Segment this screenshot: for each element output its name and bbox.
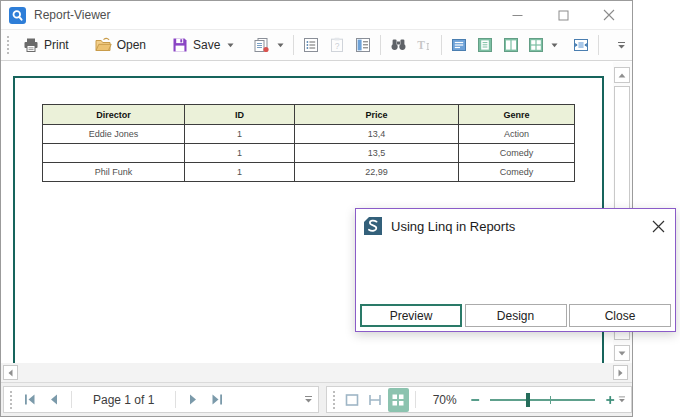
view-two-pages-icon (503, 37, 519, 53)
toolbar-separator (441, 35, 442, 55)
save-button[interactable]: Save (164, 33, 242, 57)
next-page-button[interactable] (181, 388, 205, 412)
table-cell: Comedy (459, 144, 575, 163)
zoom-page-width-icon (367, 392, 383, 408)
save-icon (172, 37, 188, 53)
table-cell (43, 144, 185, 163)
editor-icon: T (416, 37, 432, 53)
table-cell: 13,4 (295, 125, 459, 144)
export-icon (253, 37, 270, 53)
maximize-button[interactable] (540, 1, 586, 29)
view-single-page-button[interactable] (446, 33, 472, 57)
stimulsoft-logo (364, 217, 382, 235)
parameters-icon: ? (329, 37, 345, 53)
horizontal-scrollbar[interactable] (1, 363, 632, 382)
zoom-one-page-icon (344, 392, 360, 408)
zoom-out-icon[interactable] (470, 394, 480, 406)
bookmarks-button[interactable] (298, 33, 324, 57)
print-label: Print (44, 38, 69, 52)
view-multiple-pages-icon (528, 37, 544, 53)
table-cell: 1 (185, 163, 295, 182)
toolbar-overflow-button[interactable] (617, 41, 626, 50)
table-header-row: Director ID Price Genre (43, 105, 575, 125)
zoom-panel: 70% (326, 386, 632, 413)
toolbar-grip[interactable] (6, 35, 10, 55)
view-mode-dropdown-icon (551, 43, 558, 48)
scroll-up-button[interactable] (614, 67, 630, 83)
printer-icon (23, 37, 39, 53)
table-cell: Comedy (459, 163, 575, 182)
editor-button: T (411, 33, 437, 57)
table-cell: 1 (185, 125, 295, 144)
scroll-left-icon (8, 369, 13, 377)
design-button[interactable]: Design (465, 304, 567, 327)
zoom-slider[interactable] (490, 393, 595, 407)
panel-grip[interactable] (332, 390, 336, 410)
page-width-icon (573, 37, 589, 53)
column-header: Genre (459, 105, 575, 125)
scroll-down-button[interactable] (614, 345, 630, 361)
last-page-icon (211, 394, 223, 405)
table-row: Phil Funk 1 22,99 Comedy (43, 163, 575, 182)
minimize-button[interactable] (494, 1, 540, 29)
dialog-close-action-button[interactable]: Close (569, 304, 671, 327)
scroll-right-button[interactable] (613, 365, 628, 380)
zoom-slider-track[interactable] (490, 399, 595, 401)
find-icon (390, 37, 407, 53)
zoom-in-icon[interactable] (605, 394, 615, 406)
export-dropdown-icon (277, 43, 284, 48)
panel-separator (175, 391, 176, 408)
dialog-close-button[interactable] (650, 218, 666, 234)
page-navigation-panel: Page 1 of 1 (3, 386, 319, 413)
page-width-button[interactable] (568, 33, 594, 57)
open-label: Open (117, 38, 146, 52)
table-row: Eddie Jones 1 13,4 Action (43, 125, 575, 144)
close-button[interactable] (586, 1, 632, 29)
find-button[interactable] (385, 33, 411, 57)
thumbnails-icon (355, 37, 371, 53)
main-toolbar: Print Open Save (1, 30, 632, 61)
zoom-slider-thumb[interactable] (526, 393, 530, 407)
zoom-multiple-pages-icon (390, 392, 406, 408)
view-two-pages-button[interactable] (498, 33, 524, 57)
preview-button[interactable]: Preview (360, 304, 462, 327)
open-button[interactable]: Open (87, 33, 154, 57)
zoom-multiple-pages-button[interactable] (388, 388, 409, 412)
panel-grip[interactable] (9, 390, 13, 410)
zoom-panel-overflow-button[interactable] (618, 395, 626, 404)
first-page-icon (24, 394, 36, 405)
table-cell: Eddie Jones (43, 125, 185, 144)
export-button[interactable] (248, 33, 289, 57)
svg-text:?: ? (335, 41, 340, 51)
column-header: Director (43, 105, 185, 125)
view-multiple-pages-button[interactable] (524, 33, 562, 57)
window-title: Report-Viewer (34, 8, 110, 22)
parameters-button: ? (324, 33, 350, 57)
zoom-page-width-button[interactable] (365, 388, 386, 412)
last-page-button[interactable] (205, 388, 229, 412)
maximize-icon (558, 10, 569, 21)
zoom-one-page-button[interactable] (342, 388, 363, 412)
close-icon (603, 9, 615, 21)
view-single-page-icon (451, 37, 467, 53)
bookmarks-icon (303, 37, 319, 53)
save-dropdown-icon (227, 43, 234, 48)
column-header: ID (185, 105, 295, 125)
toolbar-separator (380, 35, 381, 55)
using-linq-dialog: Using Linq in Reports Preview Design Clo… (355, 208, 676, 332)
nav-panel-overflow-button[interactable] (304, 395, 313, 404)
scroll-left-button[interactable] (3, 365, 18, 380)
first-page-button[interactable] (18, 388, 42, 412)
table-row: 1 13,5 Comedy (43, 144, 575, 163)
print-button[interactable]: Print (15, 33, 77, 57)
table-cell: Action (459, 125, 575, 144)
thumbnails-button[interactable] (350, 33, 376, 57)
minimize-icon (512, 10, 523, 21)
titlebar: Report-Viewer (1, 1, 632, 30)
page-indicator: Page 1 of 1 (77, 393, 170, 407)
toolbar-separator (293, 35, 294, 55)
view-one-page-button[interactable] (472, 33, 498, 57)
open-folder-icon (95, 37, 112, 53)
previous-page-button[interactable] (42, 388, 66, 412)
scroll-up-icon (618, 73, 626, 78)
